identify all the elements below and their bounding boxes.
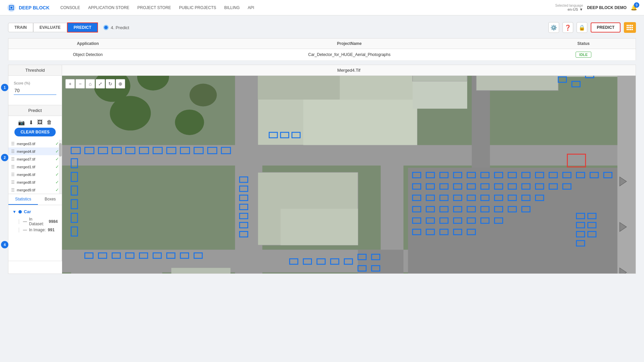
svg-rect-28 [476,76,558,90]
file-item-merged4[interactable]: ☰ merged4.tif ✓ [8,147,62,155]
expand-arrow-icon[interactable]: ▼ [12,209,16,214]
svg-rect-6 [632,25,633,26]
score-label: Score (%) [14,81,56,85]
nav-app-store[interactable]: APPLICATION STORE [88,5,129,10]
language-label: Selected language [555,4,583,7]
svg-rect-25 [280,209,358,245]
svg-rect-2 [10,7,12,9]
svg-rect-22 [258,76,340,100]
svg-rect-12 [628,29,630,30]
clear-boxes-button[interactable]: CLEAR BOXES [14,128,56,136]
svg-rect-23 [303,100,417,145]
logo-text: DEEP BLOCK [19,5,50,10]
file-item-merged1[interactable]: ☰ merged1.tif ✓ [8,163,62,171]
download-icon[interactable]: ⬇ [29,119,33,126]
file-list: ☰ merged3.tif ✓ ☰ merged4.tif ✓ [8,140,62,194]
image-edit-icon[interactable]: 🖼 [37,119,43,126]
file-name: merged3.tif [17,142,35,146]
svg-rect-37 [71,268,162,274]
file-icon: ☰ [11,188,15,192]
map-title: Merged4.Tif [62,65,636,76]
tab-boxes[interactable]: Boxes [38,194,62,205]
threshold-body: Score (%) [8,76,62,105]
nav-billing[interactable]: BILLING [224,5,240,10]
nav-api[interactable]: API [248,5,254,10]
language-selector[interactable]: Selected language en-US ▼ [555,4,583,11]
aerial-svg [62,76,636,274]
svg-rect-7 [627,27,628,28]
grid-icon-btn[interactable] [624,22,636,33]
zoom-out-btn[interactable]: − [75,79,85,88]
check-icon: ✓ [55,141,59,146]
user-name: DEEP BLOCK DEMO [587,5,627,10]
tab-predict[interactable]: PREDICT [67,22,98,33]
language-value[interactable]: en-US ▼ [568,7,583,11]
file-name: merged4.tif [17,149,35,154]
grid-icon [627,25,633,30]
svg-rect-10 [632,27,633,28]
nav-project-store[interactable]: PROJECT STORE [138,5,171,10]
svg-rect-14 [632,29,633,30]
breadcrumb-label: 4. Predict [111,25,129,30]
help-icon-btn[interactable]: ❓ [562,22,573,33]
breadcrumb: 4. Predict [103,25,129,30]
lock-icon-btn[interactable]: 🔒 [577,22,587,33]
nav-console[interactable]: CONSOLE [60,5,80,10]
logo[interactable]: DEEP BLOCK [7,3,50,12]
file-item-merged9[interactable]: ☰ merged9.tif ✓ [8,186,62,194]
status-badge: IDLE [576,52,591,58]
cell-status: IDLE [531,49,636,61]
predict-top-button[interactable]: PREDICT [591,22,621,33]
layers-btn[interactable]: ⊕ [116,79,125,88]
logo-icon [7,3,16,12]
svg-point-36 [175,110,204,135]
nav-public-projects[interactable]: PUBLIC PROJECTS [179,5,216,10]
fit-btn[interactable]: ⤢ [96,79,105,88]
table-row: Object Detection Car_Detector_for_HUGE_A… [8,49,636,61]
trash-icon[interactable]: 🗑 [47,119,52,126]
svg-rect-31 [358,250,404,274]
file-icon: ☰ [11,157,15,162]
score-input[interactable] [14,86,56,95]
notification-bell[interactable]: 🔔 9 [631,4,637,11]
map-canvas[interactable]: + − ⌂ ⤢ ↻ ⊕ [62,76,636,274]
stats-section: Statistics Boxes ▼ Car │ — In Dataset: [8,194,62,261]
workspace: 1 2 4 Threshold Score (%) [8,65,636,274]
svg-rect-27 [413,81,467,109]
tab-bar: TRAIN EVALUATE PREDICT 4. Predict ⚙️ ❓ 🔒… [8,22,636,33]
stat-in-dataset-row: │ — In Dataset: 9984 [12,216,58,227]
tab-evaluate[interactable]: EVALUATE [33,23,67,32]
check-icon: ✓ [55,149,59,154]
cell-application: Object Detection [8,49,167,61]
tab-statistics[interactable]: Statistics [8,194,38,205]
zoom-in-btn[interactable]: + [65,79,75,88]
check-icon: ✓ [55,172,59,177]
scrollbar-thumb[interactable] [59,143,62,157]
file-name: merged7.tif [17,157,35,161]
predict-icons: 📷 ⬇ 🖼 🗑 [8,116,62,128]
file-icon: ☰ [11,180,15,185]
svg-rect-4 [628,25,630,26]
svg-rect-26 [413,76,467,81]
scrollbar-track[interactable] [59,140,62,194]
file-item-merged8[interactable]: ☰ merged8.tif ✓ [8,178,62,186]
stat-category: ▼ Car [12,209,58,214]
svg-point-34 [190,84,217,107]
stat-dot [18,210,22,214]
tab-train[interactable]: TRAIN [8,23,33,32]
svg-rect-3 [627,25,628,26]
file-item-merged7[interactable]: ☰ merged7.tif ✓ [8,155,62,163]
home-btn[interactable]: ⌂ [86,79,95,88]
breadcrumb-dot [103,25,109,30]
settings-icon-btn[interactable]: ⚙️ [548,22,559,33]
file-item-merged3[interactable]: ☰ merged3.tif ✓ [8,140,62,147]
file-item-merged6[interactable]: ☰ merged6.tif ✓ [8,171,62,178]
camera-icon[interactable]: 📷 [18,119,25,126]
file-name: merged9.tif [17,188,35,192]
stats-body: ▼ Car │ — In Dataset: 9984 │ — [8,205,62,237]
check-icon: ✓ [55,187,59,192]
check-icon: ✓ [55,164,59,169]
stat-category-name[interactable]: Car [24,209,31,214]
file-icon: ☰ [11,172,15,177]
rotate-btn[interactable]: ↻ [106,79,115,88]
